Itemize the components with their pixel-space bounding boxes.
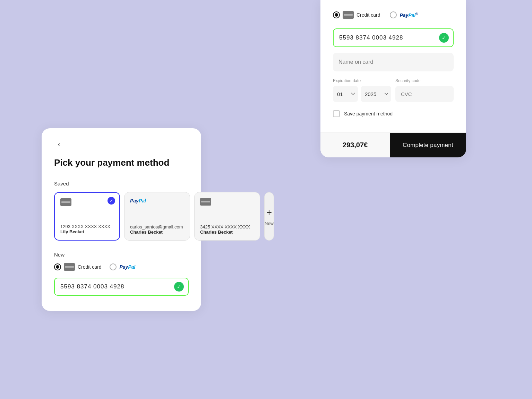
plus-icon: +: [266, 207, 272, 218]
valid-check-icon: ✓: [439, 33, 449, 43]
expiration-selects: 01 02 03 04 05 06 07 08 09 10 11 12: [333, 86, 391, 102]
credit-card-icon-right: [343, 11, 354, 19]
paypal-radio-right[interactable]: [390, 11, 397, 18]
saved-card-2[interactable]: PayPal carlos_santos@gmail.com Charles B…: [124, 192, 190, 241]
saved-card-3[interactable]: 3425 XXXX XXXX XXXX Charles Becket: [194, 192, 260, 241]
exp-cvc-row: Expiration date 01 02 03 04 05 06 07 08 …: [333, 78, 454, 102]
new-section-label: New: [54, 252, 189, 258]
year-select[interactable]: 2024 2025 2026 2027 2028: [361, 86, 391, 102]
save-payment-row: Save payment method: [333, 110, 454, 117]
right-payment-card: Credit card PayPal® ✓ Expiration date 01…: [320, 0, 466, 157]
payment-type-selector: Credit card PayPal®: [333, 11, 454, 19]
back-button[interactable]: ‹: [54, 139, 64, 149]
save-payment-label: Save payment method: [344, 111, 393, 116]
paypal-logo-text: PayPal: [130, 198, 146, 203]
credit-card-radio[interactable]: [54, 263, 61, 270]
paypal-logo: PayPal: [130, 198, 184, 203]
card-number-input-right[interactable]: [333, 28, 454, 47]
card-valid-check-icon: ✓: [174, 282, 184, 292]
complete-payment-button[interactable]: Complete payment: [390, 133, 466, 157]
paypal-email: carlos_santos@gmail.com: [130, 224, 184, 229]
month-select[interactable]: 01 02 03 04 05 06 07 08 09 10 11 12: [333, 86, 358, 102]
credit-card-radio-right[interactable]: [333, 11, 340, 18]
new-card-label: New: [265, 221, 274, 226]
expiration-label: Expiration date: [333, 78, 391, 83]
credit-card-option-right[interactable]: Credit card: [333, 11, 380, 19]
card-number: 1293 XXXX XXXX XXXX: [60, 224, 114, 229]
credit-card-icon-2: [200, 198, 254, 206]
new-card-number-field: ✓: [54, 278, 189, 296]
paypal-radio[interactable]: [110, 263, 117, 270]
saved-cards-row: ✓ 1293 XXXX XXXX XXXX Lily Becket PayPal…: [54, 192, 189, 241]
credit-card-icon-new: [64, 263, 75, 271]
card-footer: 293,07€ Complete payment: [320, 132, 466, 157]
right-card-content: Credit card PayPal® ✓ Expiration date 01…: [320, 0, 466, 132]
saved-card-1[interactable]: ✓ 1293 XXXX XXXX XXXX Lily Becket: [54, 192, 120, 241]
left-payment-card: ‹ Pick your payment method Saved ✓ 1293 …: [42, 128, 201, 311]
card-number: 3425 XXXX XXXX XXXX: [200, 224, 254, 229]
credit-card-label: Credit card: [78, 264, 101, 270]
cvc-input[interactable]: [395, 86, 454, 102]
cvc-label: Security code: [395, 78, 454, 83]
new-card-number-input[interactable]: [54, 278, 189, 296]
cvc-group: Security code: [395, 78, 454, 102]
credit-card-label-right: Credit card: [357, 12, 380, 18]
paypal-label: PayPal: [119, 264, 135, 270]
page-title: Pick your payment method: [54, 157, 189, 168]
selected-check-icon: ✓: [108, 197, 115, 205]
card-number-field-right: ✓: [333, 28, 454, 47]
total-amount: 293,07€: [320, 133, 390, 157]
paypal-option[interactable]: PayPal: [110, 263, 135, 270]
saved-section-label: Saved: [54, 181, 189, 187]
new-payment-type-row: Credit card PayPal: [54, 263, 189, 271]
name-on-card-input[interactable]: [333, 53, 454, 71]
credit-card-option[interactable]: Credit card: [54, 263, 101, 271]
expiration-group: Expiration date 01 02 03 04 05 06 07 08 …: [333, 78, 391, 102]
paypal-option-right[interactable]: PayPal®: [390, 11, 418, 18]
paypal-label-right: PayPal®: [400, 12, 418, 18]
add-new-card-button[interactable]: + New: [264, 192, 274, 241]
credit-card-icon: [60, 198, 114, 206]
card-name: Charles Becket: [200, 229, 254, 235]
save-payment-checkbox[interactable]: [333, 110, 340, 117]
card-name: Charles Becket: [130, 229, 184, 235]
card-name: Lily Becket: [60, 229, 114, 234]
